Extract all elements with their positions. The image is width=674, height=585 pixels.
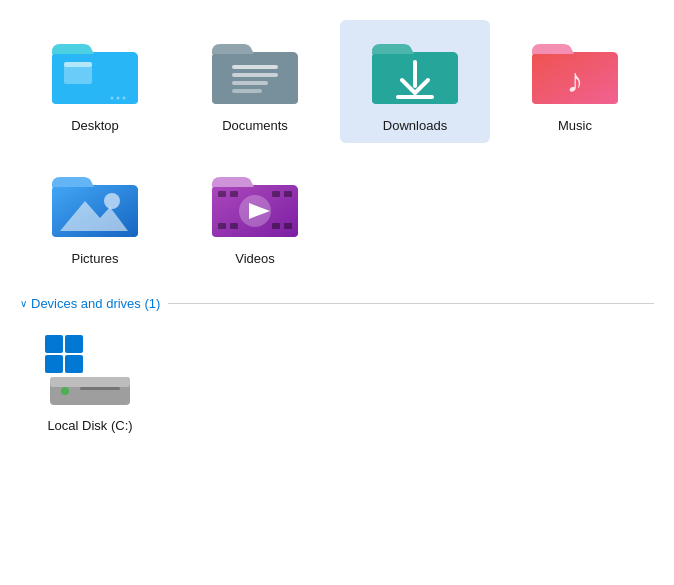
svg-point-6: [123, 97, 126, 100]
devices-section-label: Devices and drives (1): [31, 296, 160, 311]
documents-folder-icon: [210, 30, 300, 110]
svg-point-22: [104, 193, 120, 209]
svg-rect-3: [64, 62, 92, 67]
devices-section-header: ∨ Devices and drives (1): [20, 296, 654, 311]
folders-grid: Desktop Documents: [20, 20, 654, 276]
svg-text:♪: ♪: [567, 61, 584, 99]
svg-rect-32: [272, 223, 280, 229]
svg-point-42: [61, 387, 69, 395]
desktop-folder-icon: [50, 30, 140, 110]
svg-rect-12: [232, 89, 262, 93]
svg-rect-41: [50, 377, 130, 387]
folder-music[interactable]: ♪ Music: [500, 20, 650, 143]
svg-point-4: [111, 97, 114, 100]
svg-rect-33: [284, 223, 292, 229]
local-disk-label: Local Disk (C:): [47, 418, 132, 433]
folder-pictures[interactable]: Pictures: [20, 153, 170, 276]
svg-rect-38: [45, 355, 63, 373]
folder-desktop[interactable]: Desktop: [20, 20, 170, 143]
svg-rect-39: [65, 355, 83, 373]
svg-rect-9: [232, 65, 278, 69]
videos-folder-icon: [210, 163, 300, 243]
svg-rect-37: [65, 335, 83, 353]
pictures-folder-icon: [50, 163, 140, 243]
svg-rect-8: [212, 54, 298, 104]
local-disk-icon: [45, 335, 135, 410]
documents-folder-label: Documents: [222, 118, 288, 133]
svg-rect-11: [232, 81, 268, 85]
svg-rect-28: [272, 191, 280, 197]
devices-grid: Local Disk (C:): [20, 325, 654, 443]
folder-videos[interactable]: Videos: [180, 153, 330, 276]
svg-rect-29: [284, 191, 292, 197]
folder-documents[interactable]: Documents: [180, 20, 330, 143]
device-local-disk[interactable]: Local Disk (C:): [30, 325, 150, 443]
downloads-folder-label: Downloads: [383, 118, 447, 133]
music-folder-label: Music: [558, 118, 592, 133]
svg-rect-27: [230, 191, 238, 197]
downloads-folder-icon: [370, 30, 460, 110]
section-divider-line: [168, 303, 654, 304]
svg-rect-31: [230, 223, 238, 229]
svg-rect-10: [232, 73, 278, 77]
videos-folder-label: Videos: [235, 251, 275, 266]
music-folder-icon: ♪: [530, 30, 620, 110]
svg-rect-30: [218, 223, 226, 229]
svg-rect-43: [80, 387, 120, 390]
folder-downloads[interactable]: Downloads: [340, 20, 490, 143]
svg-rect-26: [218, 191, 226, 197]
svg-point-5: [117, 97, 120, 100]
chevron-icon: ∨: [20, 298, 27, 309]
devices-section-toggle[interactable]: ∨ Devices and drives (1): [20, 296, 160, 311]
desktop-folder-label: Desktop: [71, 118, 119, 133]
svg-rect-36: [45, 335, 63, 353]
main-content: Desktop Documents: [0, 0, 674, 453]
pictures-folder-label: Pictures: [72, 251, 119, 266]
